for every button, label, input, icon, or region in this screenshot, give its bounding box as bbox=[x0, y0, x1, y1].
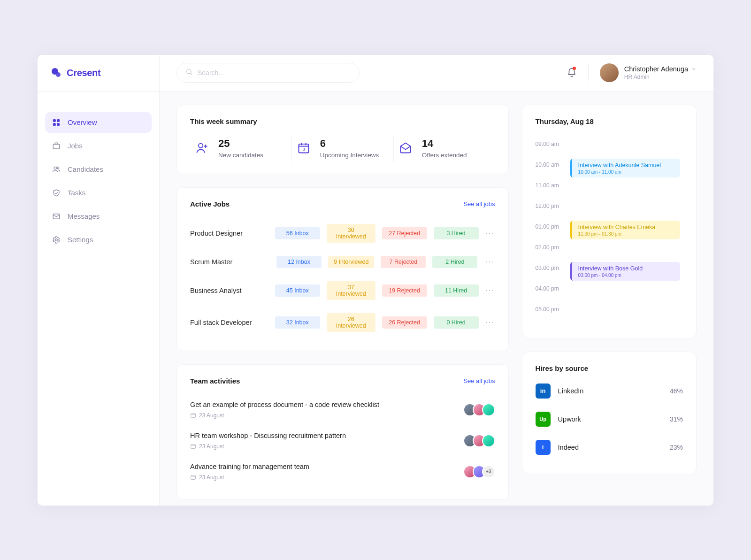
brand: Cresent bbox=[38, 55, 159, 92]
job-inbox-pill: 56 Inbox bbox=[275, 227, 320, 239]
svg-rect-23 bbox=[191, 445, 196, 449]
activity-item[interactable]: HR team workshop - Discussing recruitmen… bbox=[190, 425, 495, 456]
source-name: Upwork bbox=[558, 415, 662, 423]
job-more-button[interactable]: ··· bbox=[485, 285, 495, 295]
svg-rect-2 bbox=[53, 119, 55, 122]
slot-time: 02.00 pm bbox=[536, 243, 562, 251]
active-jobs-card: Active Jobs See all jobs Product Designe… bbox=[176, 187, 509, 351]
summary-stat: 8 6 Upcoming Interviews bbox=[292, 135, 394, 161]
schedule-event[interactable]: Interview with Adekunle Samuel 10.00 am … bbox=[570, 159, 680, 177]
hires-card: Hires by source in LinkedIn 46%Up Upwork… bbox=[522, 352, 697, 474]
schedule-slot: 12.00 pm bbox=[536, 202, 683, 222]
active-jobs-title: Active Jobs bbox=[190, 200, 230, 208]
job-more-button[interactable]: ··· bbox=[485, 257, 495, 267]
svg-point-11 bbox=[187, 69, 191, 74]
schedule-slot: 02.00 pm bbox=[536, 243, 683, 264]
divider bbox=[588, 64, 589, 81]
team-activities-card: Team activities See all jobs Get an exam… bbox=[176, 364, 509, 500]
job-rejected-pill: 26 Rejected bbox=[382, 316, 427, 329]
activity-item[interactable]: Advance training for management team 23 … bbox=[190, 456, 495, 487]
stat-label: New candidates bbox=[218, 152, 263, 159]
search-box[interactable] bbox=[176, 63, 360, 83]
sidebar-item-overview[interactable]: Overview bbox=[45, 112, 152, 133]
slot-time: 09.00 am bbox=[536, 140, 562, 147]
job-inbox-pill: 32 Inbox bbox=[275, 316, 320, 329]
summary-stat: 25 New candidates bbox=[190, 135, 292, 161]
avatar bbox=[600, 63, 619, 82]
main: Christopher Adenuga HR Admin This week s… bbox=[160, 55, 713, 506]
stat-value: 25 bbox=[218, 138, 263, 150]
job-more-button[interactable]: ··· bbox=[485, 317, 495, 327]
schedule-slot: 09.00 am bbox=[536, 140, 683, 161]
brand-name: Cresent bbox=[67, 68, 100, 78]
job-hired-pill: 2 Hired bbox=[432, 256, 477, 268]
gear-icon bbox=[52, 235, 61, 245]
schedule-slot: 03.00 pm Interview with Bose Gold 03.00 … bbox=[536, 264, 683, 284]
user-menu[interactable]: Christopher Adenuga HR Admin bbox=[600, 63, 697, 82]
job-hired-pill: 3 Hired bbox=[434, 227, 479, 239]
notifications-button[interactable] bbox=[567, 68, 577, 78]
job-rejected-pill: 19 Rejected bbox=[382, 284, 427, 297]
stat-label: Offers extended bbox=[422, 152, 467, 159]
svg-point-13 bbox=[199, 144, 203, 148]
sidebar-item-candidates[interactable]: Candidates bbox=[45, 159, 152, 180]
job-interviewed-pill: 26 Interviewed bbox=[327, 313, 376, 332]
calendar-icon bbox=[190, 412, 196, 418]
sidebar-item-label: Overview bbox=[68, 118, 97, 126]
slot-time: 03.00 pm bbox=[536, 264, 562, 271]
job-row: Scrum Master 12 Inbox 9 Interviewed 7 Re… bbox=[190, 249, 495, 275]
job-interviewed-pill: 37 Interviewed bbox=[327, 281, 376, 300]
grid-icon bbox=[52, 118, 61, 127]
see-all-activities-link[interactable]: See all jobs bbox=[463, 377, 495, 384]
source-percent: 31% bbox=[670, 415, 683, 423]
schedule-event[interactable]: Interview with Charles Emeka 11.30 pm - … bbox=[570, 221, 680, 239]
summary-stat: 14 Offers extended bbox=[394, 135, 495, 161]
sidebar-item-label: Messages bbox=[68, 212, 100, 220]
job-row: Product Designer 56 Inbox 30 Interviewed… bbox=[190, 217, 495, 249]
activity-title: HR team workshop - Discussing recruitmen… bbox=[190, 432, 460, 439]
slot-time: 04.00 pm bbox=[536, 284, 562, 292]
search-input[interactable] bbox=[198, 69, 351, 77]
activity-avatars bbox=[467, 434, 495, 447]
sidebar-item-jobs[interactable]: Jobs bbox=[45, 136, 152, 156]
svg-text:8: 8 bbox=[302, 147, 305, 152]
job-name: Product Designer bbox=[190, 230, 268, 237]
job-name: Scrum Master bbox=[190, 258, 270, 266]
topbar: Christopher Adenuga HR Admin bbox=[160, 55, 713, 92]
app-frame: Cresent OverviewJobsCandidatesTasksMessa… bbox=[38, 55, 713, 506]
event-time: 11.30 pm - 01.30 pm bbox=[578, 231, 674, 237]
see-all-jobs-link[interactable]: See all jobs bbox=[463, 200, 495, 207]
calendar-icon: 8 bbox=[296, 140, 312, 156]
stat-value: 6 bbox=[320, 138, 379, 150]
job-interviewed-pill: 30 Interviewed bbox=[327, 224, 376, 243]
job-more-button[interactable]: ··· bbox=[485, 228, 495, 238]
source-icon: Up bbox=[536, 412, 551, 427]
event-title: Interview with Bose Gold bbox=[578, 265, 674, 272]
job-hired-pill: 0 Hired bbox=[434, 316, 479, 329]
slot-time: 05.00 pm bbox=[536, 305, 562, 313]
schedule-slot: 01.00 pm Interview with Charles Emeka 11… bbox=[536, 222, 683, 243]
user-name: Christopher Adenuga bbox=[624, 65, 688, 73]
slot-time: 10.00 am bbox=[536, 161, 562, 168]
sidebar-item-tasks[interactable]: Tasks bbox=[45, 183, 152, 203]
activity-item[interactable]: Get an example of process document - a c… bbox=[190, 394, 495, 425]
source-percent: 23% bbox=[670, 444, 683, 451]
event-title: Interview with Adekunle Samuel bbox=[578, 162, 674, 169]
svg-point-1 bbox=[56, 72, 61, 77]
activity-title: Get an example of process document - a c… bbox=[190, 401, 460, 408]
activity-date: 23 August bbox=[190, 412, 460, 419]
source-name: Indeed bbox=[558, 444, 662, 451]
sidebar-item-messages[interactable]: Messages bbox=[45, 206, 152, 227]
sidebar: Cresent OverviewJobsCandidatesTasksMessa… bbox=[38, 55, 160, 506]
svg-point-7 bbox=[54, 167, 56, 169]
sidebar-item-settings[interactable]: Settings bbox=[45, 230, 152, 250]
job-row: Full stack Developer 32 Inbox 26 Intervi… bbox=[190, 307, 495, 338]
schedule-event[interactable]: Interview with Bose Gold 03.00 pm - 04.0… bbox=[570, 262, 680, 281]
calendar-icon bbox=[190, 443, 196, 449]
slot-time: 12.00 pm bbox=[536, 202, 562, 209]
chevron-down-icon bbox=[691, 66, 697, 72]
brand-logo-icon bbox=[51, 67, 62, 78]
schedule-slot: 05.00 pm bbox=[536, 305, 683, 326]
event-title: Interview with Charles Emeka bbox=[578, 224, 674, 230]
slot-time: 01.00 pm bbox=[536, 222, 562, 230]
